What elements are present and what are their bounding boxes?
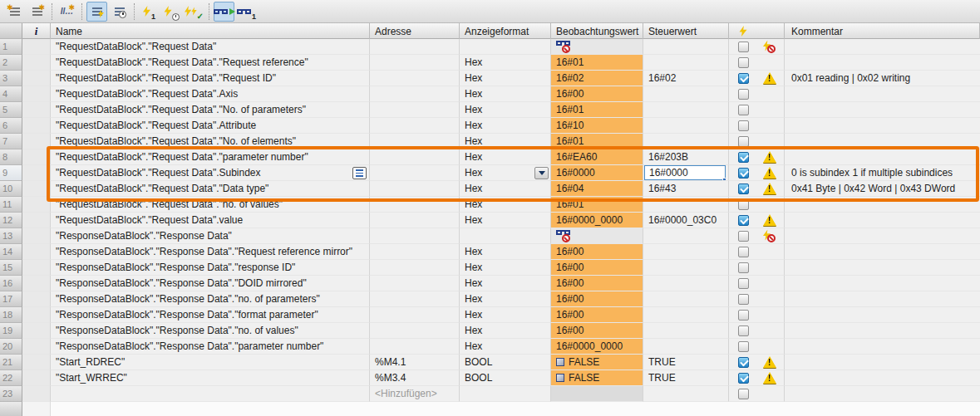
- modify-value-cell[interactable]: [643, 276, 729, 291]
- comment-cell[interactable]: [785, 276, 980, 291]
- modify-checkbox[interactable]: [738, 215, 749, 226]
- display-format-cell[interactable]: Hex: [460, 118, 551, 134]
- display-format-cell[interactable]: Hex: [460, 213, 551, 228]
- row-number[interactable]: 6: [0, 118, 22, 134]
- modify-value-cell[interactable]: [643, 197, 729, 213]
- display-format-cell[interactable]: [460, 386, 551, 402]
- modify-checkbox[interactable]: [738, 341, 749, 352]
- modify-once-icon[interactable]: 1: [139, 2, 160, 22]
- name-cell[interactable]: "ResponseDataBlock"."Response Data"."res…: [51, 260, 370, 276]
- modify-value-cell[interactable]: [643, 339, 729, 355]
- row-number[interactable]: 20: [0, 339, 22, 355]
- address-cell[interactable]: [370, 102, 460, 118]
- monitor-value-cell[interactable]: [551, 39, 643, 55]
- comment-cell[interactable]: [785, 118, 980, 134]
- name-cell[interactable]: [51, 386, 370, 402]
- row-info-cell[interactable]: [22, 307, 51, 323]
- modify-checkbox[interactable]: [738, 57, 749, 68]
- row-number[interactable]: 22: [0, 370, 22, 386]
- modify-checkbox[interactable]: [738, 247, 749, 257]
- trigger-columns-icon[interactable]: [109, 2, 130, 22]
- comment-cell[interactable]: [785, 102, 980, 118]
- monitor-value-cell[interactable]: FALSE: [551, 370, 643, 386]
- modify-value-cell[interactable]: [643, 228, 729, 244]
- modify-value-cell[interactable]: TRUE: [643, 355, 729, 370]
- comment-cell[interactable]: 0 is subindex 1 if multiple subindices: [785, 165, 980, 181]
- name-cell[interactable]: "RequestDataBlock"."Request Data"."param…: [51, 149, 370, 165]
- address-cell[interactable]: [370, 197, 460, 213]
- row-info-cell[interactable]: [22, 118, 51, 134]
- comment-cell[interactable]: 0x01 reading | 0x02 writing: [785, 71, 980, 86]
- display-format-cell[interactable]: Hex: [460, 307, 551, 323]
- row-number[interactable]: 18: [0, 307, 22, 323]
- comment-cell[interactable]: [785, 307, 980, 323]
- address-cell[interactable]: [370, 71, 460, 86]
- address-cell[interactable]: [370, 339, 460, 355]
- modify-checkbox[interactable]: [738, 278, 749, 289]
- display-format-cell[interactable]: Hex: [460, 149, 551, 165]
- display-format-cell[interactable]: Hex: [460, 71, 551, 86]
- comment-cell[interactable]: [785, 39, 980, 55]
- row-info-cell[interactable]: [22, 244, 51, 260]
- row-number[interactable]: 7: [0, 134, 22, 149]
- monitor-value-cell[interactable]: 16#0000_0000: [551, 339, 643, 355]
- display-format-cell[interactable]: [460, 228, 551, 244]
- modify-value-cell[interactable]: 16#0000: [643, 165, 729, 181]
- monitor-value-cell[interactable]: 16#01: [551, 55, 643, 71]
- comment-cell[interactable]: [785, 386, 980, 402]
- comment-cell[interactable]: [785, 86, 980, 102]
- comment-cell[interactable]: 0x41 Byte | 0x42 Word | 0x43 DWord: [785, 181, 980, 197]
- monitor-value-cell[interactable]: 16#EA60: [551, 149, 643, 165]
- comment-cell[interactable]: [785, 291, 980, 307]
- display-format-cell[interactable]: Hex: [460, 244, 551, 260]
- row-info-cell[interactable]: [22, 55, 51, 71]
- monitor-value-cell[interactable]: 16#01: [551, 134, 643, 149]
- modify-checkbox[interactable]: [738, 294, 749, 305]
- comment-cell[interactable]: [785, 260, 980, 276]
- monitor-value-cell[interactable]: FALSE: [551, 355, 643, 370]
- modify-checkbox[interactable]: [738, 310, 749, 321]
- name-cell[interactable]: "RequestDataBlock"."Request Data".Axis: [51, 86, 370, 102]
- display-format-cell[interactable]: Hex: [460, 181, 551, 197]
- modify-value-cell[interactable]: [643, 260, 729, 276]
- name-cell[interactable]: "RequestDataBlock"."Request Data".value: [51, 213, 370, 228]
- display-format-cell[interactable]: Hex: [460, 323, 551, 339]
- address-cell[interactable]: [370, 118, 460, 134]
- modify-checkbox[interactable]: [738, 184, 749, 194]
- row-number[interactable]: 11: [0, 197, 22, 213]
- modify-value-cell[interactable]: 16#203B: [643, 149, 729, 165]
- row-number[interactable]: 13: [0, 228, 22, 244]
- name-cell[interactable]: "ResponseDataBlock"."Response Data"."Req…: [51, 244, 370, 260]
- modify-value-cell[interactable]: [643, 134, 729, 149]
- row-number[interactable]: 2: [0, 55, 22, 71]
- modify-checkbox[interactable]: [738, 389, 749, 399]
- modify-value-cell[interactable]: [643, 386, 729, 402]
- name-cell[interactable]: "ResponseDataBlock"."Response Data"."no.…: [51, 291, 370, 307]
- monitor-value-cell[interactable]: 16#00: [551, 291, 643, 307]
- row-number[interactable]: 14: [0, 244, 22, 260]
- monitor-value-cell[interactable]: 16#01: [551, 197, 643, 213]
- name-cell[interactable]: "ResponseDataBlock"."Response Data": [51, 228, 370, 244]
- comment-cell[interactable]: [785, 370, 980, 386]
- comment-cell[interactable]: [785, 339, 980, 355]
- address-cell[interactable]: %M4.1: [370, 355, 460, 370]
- comment-cell[interactable]: [785, 213, 980, 228]
- row-number[interactable]: 1: [0, 39, 22, 55]
- name-cell[interactable]: "Start_WRREC": [51, 370, 370, 386]
- detail-list-button[interactable]: [352, 167, 367, 179]
- monitor-once-icon[interactable]: 1: [236, 2, 257, 22]
- row-number[interactable]: 10: [0, 181, 22, 197]
- address-cell[interactable]: [370, 149, 460, 165]
- modify-value-cell[interactable]: [643, 244, 729, 260]
- address-cell[interactable]: [370, 55, 460, 71]
- display-format-cell[interactable]: Hex: [460, 339, 551, 355]
- monitor-value-cell[interactable]: 16#00: [551, 323, 643, 339]
- display-format-cell[interactable]: Hex: [460, 276, 551, 291]
- address-cell[interactable]: [370, 181, 460, 197]
- address-cell[interactable]: [370, 86, 460, 102]
- name-cell[interactable]: "RequestDataBlock"."Request Data".Attrib…: [51, 118, 370, 134]
- name-cell[interactable]: "RequestDataBlock"."Request Data".Subind…: [51, 165, 370, 181]
- monitor-value-cell[interactable]: [551, 228, 643, 244]
- modify-checkbox[interactable]: [738, 373, 749, 384]
- row-number[interactable]: 21: [0, 355, 22, 370]
